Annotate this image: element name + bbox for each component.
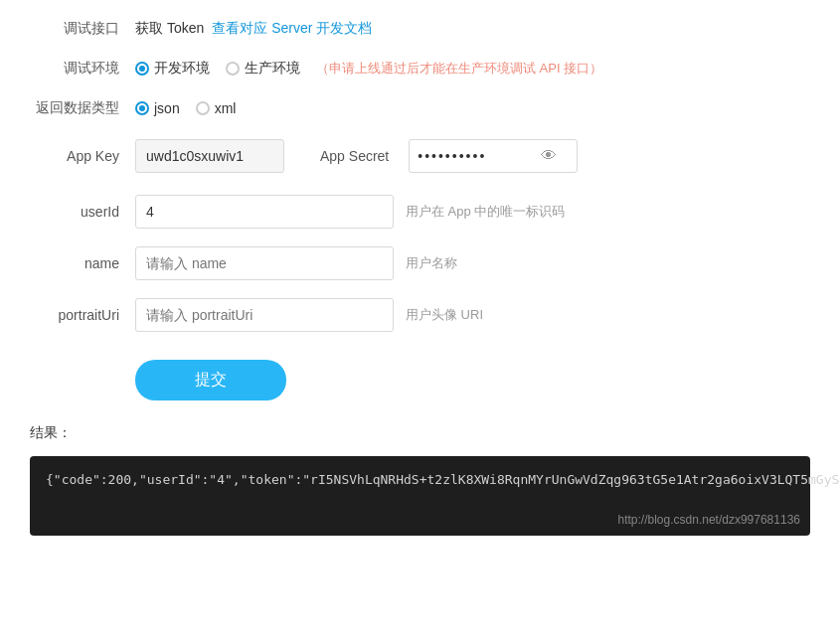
- return-xml-label: xml: [215, 100, 237, 116]
- env-dev-label: 开发环境: [154, 60, 210, 78]
- env-prod-option[interactable]: 生产环境: [226, 60, 300, 78]
- portrait-uri-hint: 用户头像 URI: [406, 306, 483, 324]
- env-prod-radio[interactable]: [226, 62, 240, 76]
- return-type-row: 返回数据类型 json xml: [30, 99, 810, 117]
- return-type-radio-group: json xml: [135, 100, 236, 116]
- name-label: name: [30, 255, 119, 271]
- portrait-uri-input[interactable]: [135, 298, 394, 332]
- debug-env-label: 调试环境: [30, 60, 119, 78]
- fields-section: userId 用户在 App 中的唯一标识码 name 用户名称 portrai…: [30, 195, 810, 332]
- submit-button[interactable]: 提交: [135, 360, 286, 400]
- debug-interface-content: 获取 Token 查看对应 Server 开发文档: [135, 20, 372, 38]
- debug-env-row: 调试环境 开发环境 生产环境 （申请上线通过后才能在生产环境调试 API 接口）: [30, 60, 810, 78]
- return-xml-radio[interactable]: [196, 101, 210, 115]
- return-json-label: json: [154, 100, 180, 116]
- return-xml-option[interactable]: xml: [196, 100, 237, 116]
- key-row: App Secret 👁: [135, 139, 578, 173]
- env-radio-group: 开发环境 生产环境 （申请上线通过后才能在生产环境调试 API 接口）: [135, 60, 602, 78]
- return-json-option[interactable]: json: [135, 100, 180, 116]
- name-input[interactable]: [135, 246, 394, 280]
- env-prod-label: 生产环境: [245, 60, 300, 78]
- env-hint: （申请上线通过后才能在生产环境调试 API 接口）: [316, 60, 602, 78]
- result-label: 结果：: [30, 424, 810, 446]
- userid-hint: 用户在 App 中的唯一标识码: [406, 203, 565, 221]
- app-key-input[interactable]: [135, 139, 284, 173]
- return-type-label: 返回数据类型: [30, 99, 119, 117]
- app-secret-input[interactable]: [418, 148, 537, 164]
- page-container: 调试接口 获取 Token 查看对应 Server 开发文档 调试环境 开发环境…: [0, 0, 840, 556]
- name-row: name 用户名称: [30, 246, 810, 280]
- app-credentials-content: App Secret 👁: [135, 139, 578, 173]
- server-doc-link[interactable]: 查看对应 Server 开发文档: [212, 20, 372, 38]
- submit-row: 提交: [30, 350, 810, 400]
- app-secret-label: App Secret: [320, 148, 389, 164]
- portrait-uri-row: portraitUri 用户头像 URI: [30, 298, 810, 332]
- debug-env-content: 开发环境 生产环境 （申请上线通过后才能在生产环境调试 API 接口）: [135, 60, 602, 78]
- userid-input[interactable]: [135, 195, 394, 229]
- name-hint: 用户名称: [406, 254, 457, 272]
- result-content: {"code":200,"userId":"4","token":"rI5NSV…: [46, 472, 840, 487]
- get-token-label: 获取 Token: [135, 20, 204, 38]
- return-type-content: json xml: [135, 100, 236, 116]
- app-credentials-row: App Key App Secret 👁: [30, 139, 810, 173]
- toggle-secret-icon[interactable]: 👁: [541, 147, 557, 165]
- return-json-radio[interactable]: [135, 101, 149, 115]
- result-box: {"code":200,"userId":"4","token":"rI5NSV…: [30, 456, 810, 536]
- result-section: 结果： {"code":200,"userId":"4","token":"rI…: [30, 424, 810, 536]
- userid-row: userId 用户在 App 中的唯一标识码: [30, 195, 810, 229]
- debug-interface-label: 调试接口: [30, 20, 119, 38]
- debug-interface-row: 调试接口 获取 Token 查看对应 Server 开发文档: [30, 20, 810, 38]
- userid-label: userId: [30, 204, 119, 220]
- app-key-label: App Key: [30, 148, 119, 164]
- env-dev-radio[interactable]: [135, 62, 149, 76]
- result-watermark: http://blog.csdn.net/dzx997681136: [618, 511, 800, 530]
- app-secret-wrapper: 👁: [409, 139, 578, 173]
- env-dev-option[interactable]: 开发环境: [135, 60, 210, 78]
- portrait-uri-label: portraitUri: [30, 307, 119, 323]
